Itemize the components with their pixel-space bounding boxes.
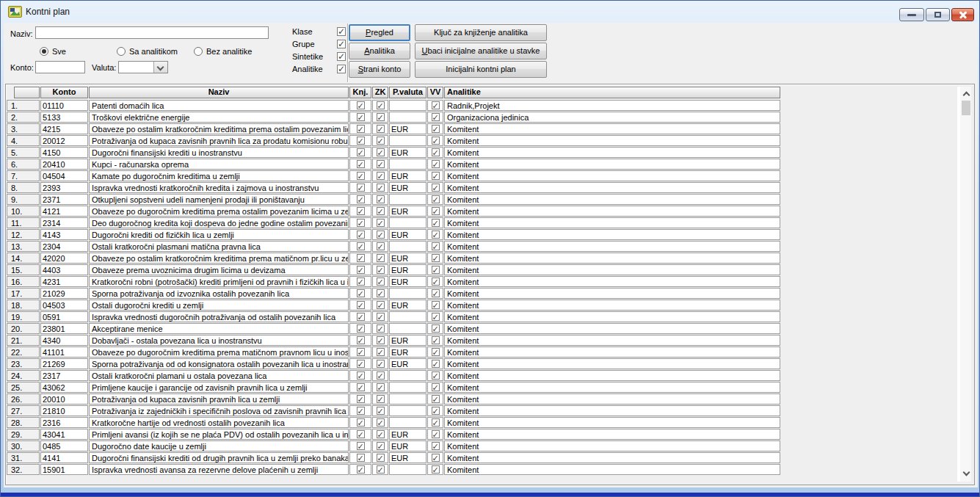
- header-rownum[interactable]: [14, 87, 40, 98]
- cell-zk[interactable]: [372, 206, 388, 217]
- zk-checkbox[interactable]: [377, 430, 385, 438]
- cell-analitike[interactable]: Komitent: [444, 393, 780, 405]
- table-row[interactable]: 31. 4141 Dugoročni finansijski krediti o…: [7, 452, 780, 463]
- type-filter-checkbox[interactable]: [337, 40, 346, 48]
- table-row[interactable]: 23. 21269 Sporna potraživanja od od kons…: [7, 358, 780, 369]
- cell-pvaluta[interactable]: [389, 417, 427, 428]
- header-knj[interactable]: Knj.: [349, 87, 371, 98]
- vv-checkbox[interactable]: [432, 336, 440, 344]
- cell-knj[interactable]: [349, 194, 371, 205]
- vv-checkbox[interactable]: [432, 160, 440, 168]
- vv-checkbox[interactable]: [432, 442, 440, 450]
- cell-vv[interactable]: [427, 170, 443, 181]
- cell-vv[interactable]: [427, 370, 443, 381]
- table-row[interactable]: 1. 01110 Patenti domaćih lica Radnik,Pro…: [7, 100, 780, 111]
- cell-naziv[interactable]: Ostali kratkoročni plasmani matična prav…: [89, 241, 349, 252]
- zk-checkbox[interactable]: [377, 454, 385, 462]
- valuta-select[interactable]: [118, 61, 168, 73]
- cell-analitike[interactable]: Komitent: [444, 300, 780, 311]
- cell-knj[interactable]: [349, 206, 371, 217]
- vv-checkbox[interactable]: [432, 301, 440, 309]
- cell-naziv[interactable]: Primljeni avansi (iz kojih se ne plaća P…: [89, 429, 349, 440]
- vv-checkbox[interactable]: [432, 207, 440, 215]
- cell-konto[interactable]: 15901: [40, 464, 88, 475]
- vv-checkbox[interactable]: [432, 195, 440, 203]
- cell-zk[interactable]: [372, 194, 388, 205]
- cell-pvaluta[interactable]: EUR: [389, 452, 427, 463]
- cell-vv[interactable]: [427, 440, 443, 451]
- cell-analitike[interactable]: Komitent: [444, 370, 780, 381]
- vv-checkbox[interactable]: [432, 383, 440, 391]
- vv-checkbox[interactable]: [432, 184, 440, 192]
- zk-checkbox[interactable]: [377, 336, 385, 344]
- table-row[interactable]: 28. 2316 Kratkoročne hartije od vrednost…: [7, 417, 780, 428]
- cell-knj[interactable]: [349, 264, 371, 275]
- cell-vv[interactable]: [427, 311, 443, 322]
- cell-zk[interactable]: [372, 347, 388, 358]
- cell-analitike[interactable]: Komitent: [444, 276, 780, 287]
- strani-konto-button[interactable]: Strani konto: [349, 61, 410, 78]
- cell-analitike[interactable]: Organizaciona jedinica: [444, 112, 780, 123]
- cell-pvaluta[interactable]: EUR: [389, 170, 427, 181]
- cell-analitike[interactable]: Komitent: [444, 147, 780, 158]
- cell-zk[interactable]: [372, 417, 388, 428]
- cell-konto[interactable]: 21029: [40, 288, 88, 299]
- header-analitike[interactable]: Analitike: [444, 87, 780, 98]
- cell-naziv[interactable]: Ispravka vrednosti avansa za rezervne de…: [89, 464, 349, 475]
- vv-checkbox[interactable]: [432, 371, 440, 380]
- type-filter-item[interactable]: Klase: [292, 26, 346, 36]
- cell-analitike[interactable]: Komitent: [444, 440, 780, 451]
- cell-vv[interactable]: [427, 241, 443, 252]
- cell-analitike[interactable]: Komitent: [444, 217, 780, 228]
- close-button[interactable]: [951, 8, 974, 21]
- cell-pvaluta[interactable]: EUR: [389, 335, 427, 346]
- cell-analitike[interactable]: Komitent: [444, 288, 780, 299]
- zk-checkbox[interactable]: [377, 148, 385, 156]
- cell-knj[interactable]: [349, 112, 371, 123]
- cell-vv[interactable]: [427, 452, 443, 463]
- zk-checkbox[interactable]: [377, 301, 385, 309]
- cell-konto[interactable]: 0485: [40, 440, 88, 451]
- scope-radio-option[interactable]: Sve: [40, 46, 66, 56]
- table-row[interactable]: 10. 4121 Obaveze po dugoročnim kreditima…: [7, 206, 780, 217]
- knj-checkbox[interactable]: [357, 195, 365, 203]
- cell-analitike[interactable]: Komitent: [444, 135, 780, 146]
- vv-checkbox[interactable]: [432, 324, 440, 333]
- cell-vv[interactable]: [427, 159, 443, 170]
- cell-knj[interactable]: [349, 358, 371, 369]
- cell-naziv[interactable]: Obaveze prema uvoznicima drugim licima u…: [89, 264, 349, 275]
- scope-radio-option[interactable]: Sa analitikom: [117, 46, 178, 56]
- cell-knj[interactable]: [349, 147, 371, 158]
- title-bar[interactable]: Kontni plan: [1, 1, 979, 23]
- table-row[interactable]: 6. 20410 Kupci - računarska oprema Komit…: [7, 159, 780, 170]
- cell-analitike[interactable]: Komitent: [444, 358, 780, 369]
- cell-analitike[interactable]: Komitent: [444, 182, 780, 193]
- zk-checkbox[interactable]: [377, 324, 385, 333]
- kljuc-button[interactable]: Ključ za knjiženje analitika: [415, 24, 547, 41]
- cell-konto[interactable]: 2317: [40, 370, 88, 381]
- cell-pvaluta[interactable]: [389, 217, 427, 228]
- cell-vv[interactable]: [427, 358, 443, 369]
- table-row[interactable]: 7. 04504 Kamate po dugoročnim kreditima …: [7, 170, 780, 181]
- cell-naziv[interactable]: Obaveze po dugoročnim kreditima prema ma…: [89, 347, 349, 358]
- cell-analitike[interactable]: Komitent: [444, 405, 780, 416]
- cell-knj[interactable]: [349, 300, 371, 311]
- cell-zk[interactable]: [372, 170, 388, 181]
- cell-vv[interactable]: [427, 147, 443, 158]
- konto-input[interactable]: [35, 61, 85, 73]
- table-row[interactable]: 3. 4215 Obaveze po ostalim kratkoročnim …: [7, 123, 780, 134]
- table-row[interactable]: 12. 4143 Dugoročni krediti od fizičkih l…: [7, 229, 780, 240]
- cell-naziv[interactable]: Kamate po dugoročnim kreditima u zemlji: [89, 170, 349, 181]
- vv-checkbox[interactable]: [432, 418, 440, 427]
- cell-naziv[interactable]: Kupci - računarska oprema: [89, 159, 349, 170]
- cell-konto[interactable]: 41101: [40, 347, 88, 358]
- cell-zk[interactable]: [372, 300, 388, 311]
- table-row[interactable]: 30. 0485 Dugoročno date kaucije u zemlji…: [7, 440, 780, 451]
- cell-zk[interactable]: [372, 370, 388, 381]
- type-filter-item[interactable]: Grupe: [292, 39, 346, 48]
- cell-naziv[interactable]: Dugoročno date kaucije u zemlji: [89, 440, 349, 451]
- cell-zk[interactable]: [372, 159, 388, 170]
- knj-checkbox[interactable]: [357, 160, 365, 168]
- zk-checkbox[interactable]: [377, 407, 385, 415]
- knj-checkbox[interactable]: [357, 454, 365, 462]
